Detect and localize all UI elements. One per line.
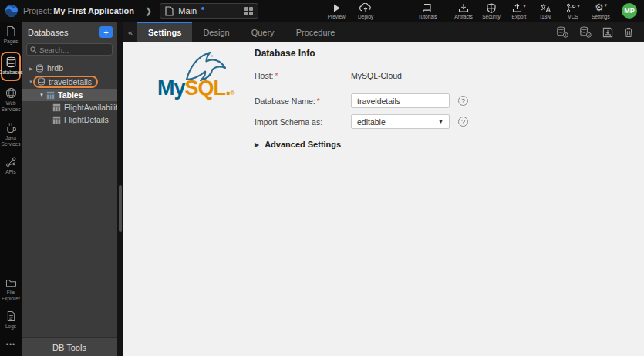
sidebar-active-highlight: Databases [1,52,21,81]
tab-query[interactable]: Query [241,22,285,42]
db-history-icon[interactable] [579,26,592,38]
sidebar-item-java-services[interactable]: Java Services [0,118,22,152]
translate-icon [540,3,551,13]
scrollbar-thumb[interactable] [119,185,122,232]
sidebar-item-web-services[interactable]: Web Services [0,83,22,117]
database-name-row: Database Name:* ? [255,93,609,108]
tree-item-flightavailability[interactable]: FlightAvailability [22,101,117,114]
caret-down-icon: ▼ [438,119,443,124]
coffee-cup-icon [5,122,17,134]
tree-item-tables[interactable]: ▼ Tables [22,89,117,101]
tree-item-label: traveldetails [49,77,92,86]
app-window: Project: My First Application ❯ Main Pre… [0,0,644,356]
database-tree: ▶ hrdb ▼ traveldetails [22,62,117,126]
export-icon [512,3,522,13]
save-icon[interactable] [602,27,613,38]
tree-item-traveldetails[interactable]: ▼ traveldetails [22,74,117,89]
import-schema-label: Import Schema as: [255,117,351,127]
import-schema-row: Import Schema as: editable ▼ ? [255,114,609,129]
delete-icon[interactable] [624,27,633,38]
caret-down-icon[interactable]: ▼ [39,93,45,97]
wavemaker-logo-icon[interactable] [0,0,23,22]
chevron-down-icon: ▾ [523,3,526,9]
chevron-down-icon: ▾ [577,3,580,9]
folder-icon [5,278,17,288]
database-icon [37,77,46,86]
database-name-label: Database Name:* [255,97,351,106]
page-icon [5,25,16,37]
caret-right-icon: ▶ [255,141,259,148]
sidebar-item-databases[interactable]: Databases [0,54,22,78]
mysql-logo: MySQL.® [156,47,248,132]
host-label: Host:* [255,71,351,80]
topbar: Project: My First Application ❯ Main Pre… [0,0,644,22]
artifacts-button[interactable]: Artifacts [452,3,475,19]
i18n-button[interactable]: I18N [534,3,557,19]
tab-procedure[interactable]: Procedure [285,22,346,42]
help-icon[interactable]: ? [458,117,468,127]
tree-item-flightdetails[interactable]: FlightDetails [22,114,117,126]
tree-item-label: FlightDetails [64,115,109,124]
tree-item-label: hrdb [47,63,63,73]
collapse-panel-icon[interactable]: « [123,22,137,42]
settings-content: MySQL.® Database Info Host:* MySQL-Cloud… [123,42,644,356]
pages-grid-icon[interactable] [244,7,253,15]
current-page-name: Main [178,6,197,15]
search-icon [30,46,37,53]
database-search[interactable] [26,43,113,56]
play-icon [332,3,342,13]
table-icon [52,103,61,112]
chevron-down-icon: ▾ [605,2,608,8]
db-toolbar [556,22,644,42]
db-tools-button[interactable]: DB Tools [22,337,117,356]
table-icon [46,91,55,100]
search-input[interactable] [39,46,109,54]
panel-empty-area [22,126,117,337]
panel-scrollbar[interactable] [117,22,123,356]
vcs-button[interactable]: ▾ VCS [561,3,585,19]
page-selector[interactable]: Main [160,3,258,19]
service-tabbar: « Settings Design Query Procedure [123,22,644,42]
database-info-form: Database Info Host:* MySQL-Cloud Databas… [255,48,609,149]
export-button[interactable]: ▾ Export [507,3,531,19]
book-icon [423,3,432,13]
user-avatar[interactable]: MP [622,3,637,19]
sidebar-item-file-explorer[interactable]: File Explorer [0,274,22,307]
tab-design[interactable]: Design [192,22,240,42]
page-icon [165,6,174,16]
gear-icon: ⚙ [595,2,604,13]
database-name-input[interactable] [351,93,450,108]
tutorials-button[interactable]: Tutorials [416,3,439,19]
db-reimport-icon[interactable] [556,26,568,38]
preview-button[interactable]: Preview [325,3,348,19]
required-asterisk: * [275,72,278,80]
annotation-highlight: traveldetails [33,76,98,88]
advanced-settings-toggle[interactable]: ▶ Advanced Settings [255,140,609,149]
add-database-button[interactable]: + [99,26,113,38]
database-icon [5,56,17,68]
security-button[interactable]: Security [480,3,503,19]
project-name: My First Application [53,6,134,15]
databases-panel: Databases + ▶ hrdb ▼ [22,22,117,356]
left-sidebar: Pages Databases Web Services [0,22,22,356]
caret-right-icon[interactable]: ▶ [28,66,34,71]
tree-item-hrdb[interactable]: ▶ hrdb [22,62,117,74]
sidebar-item-apis[interactable]: APIs [0,152,22,180]
settings-button[interactable]: ⚙ ▾ Settings [589,2,612,19]
cloud-upload-icon [359,3,372,13]
tab-settings[interactable]: Settings [137,22,192,42]
import-schema-select[interactable]: editable ▼ [351,114,450,129]
deploy-button[interactable]: Deploy [354,3,377,19]
download-tray-icon [458,3,469,13]
tree-item-label: FlightAvailability [64,103,122,112]
unsaved-indicator-dot [201,7,204,10]
log-document-icon [6,310,16,322]
panel-header: Databases + [22,22,117,41]
globe-icon [5,87,17,99]
host-row: Host:* MySQL-Cloud [255,69,609,83]
help-icon[interactable]: ? [458,96,468,106]
host-value: MySQL-Cloud [351,71,402,80]
more-options-icon[interactable]: ••• [6,334,15,356]
sidebar-item-pages[interactable]: Pages [0,22,22,49]
sidebar-item-logs[interactable]: Logs [0,307,22,334]
